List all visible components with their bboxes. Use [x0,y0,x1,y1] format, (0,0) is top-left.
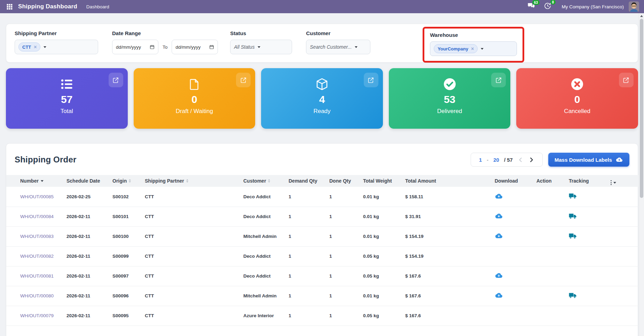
total-amount-cell: $ 154.19 [402,246,492,266]
remove-tag-icon[interactable]: × [34,44,37,50]
truck-icon [569,292,577,299]
pager-next-button[interactable] [528,157,534,163]
stat-card-ready[interactable]: 4 Ready [261,68,383,129]
external-link-icon[interactable] [236,73,251,87]
download-button[interactable] [495,193,503,200]
stat-card-cancelled[interactable]: 0 Cancelled [516,68,638,129]
order-number-link[interactable]: WH/OUT/00085 [6,187,64,207]
remove-tag-icon[interactable]: × [471,46,474,51]
pager-end[interactable]: 20 [493,157,499,163]
stat-card-total[interactable]: 57 Total [6,68,128,129]
external-link-icon[interactable] [619,73,634,87]
date-from-input[interactable]: dd/mm/yyyy [112,40,158,54]
stat-label: Total [6,108,128,115]
download-button[interactable] [495,272,503,279]
date-to-input[interactable]: dd/mm/yyyy [172,40,218,54]
total-weight-cell: 0.01 kg [360,286,402,306]
shipping-partner-select[interactable]: CTT × [15,40,98,54]
app-title[interactable]: Shipping Dashboard [18,3,77,10]
sort-icon [186,179,188,183]
stat-card-draft-waiting[interactable]: 0 Draft / Waiting [134,68,256,129]
download-cell [492,207,534,226]
pager-start[interactable]: 1 [479,157,482,163]
column-header-menu[interactable] [608,175,638,187]
table-row: WH/OUT/000802026-02-11S00096CTTMitchell … [6,286,638,306]
tracking-button[interactable] [569,233,577,239]
mass-download-labels-button[interactable]: Mass Download Labels [548,153,629,167]
row-menu-cell [608,266,638,286]
customer-cell: Deco Addict [241,266,286,286]
origin-cell: S00097 [110,266,142,286]
column-label: Tracking [569,178,589,184]
download-button[interactable] [495,232,503,239]
demand-qty-cell: 1 [286,306,327,326]
column-header-total-weight: Total Weight [360,175,402,187]
dashboard-content: Shipping Partner CTT × Date Range dd/mm/… [0,13,644,336]
order-number-link[interactable]: WH/OUT/00083 [6,226,64,246]
shipping-partner-cell: CTT [142,226,241,246]
cloud-download-icon [495,232,503,239]
external-link-icon[interactable] [364,73,378,87]
column-header-number[interactable]: Number [6,175,64,187]
customer-search-input[interactable]: Search Customer... [306,40,370,54]
total-amount-cell: $ 167.6 [402,266,492,286]
column-label: Total Amount [405,178,436,184]
stat-label: Delivered [389,108,511,115]
topbar: Shipping Dashboard Dashboard 63 8 My Com… [0,0,644,13]
column-header-origin[interactable]: Origin [110,175,142,187]
sort-icon [129,179,131,183]
activities-button[interactable]: 8 [544,2,551,11]
row-menu-cell [608,246,638,266]
order-number-link[interactable]: WH/OUT/00080 [6,286,64,306]
tracking-button[interactable] [569,292,577,299]
warehouse-label: Warehouse [430,32,517,38]
apps-grid-icon[interactable] [5,2,14,11]
external-link-icon[interactable] [491,73,506,87]
user-avatar[interactable] [629,1,639,12]
warehouse-select[interactable]: YourCompany × [430,41,517,56]
order-number-link[interactable]: WH/OUT/00082 [6,246,64,266]
column-header-shipping-partner[interactable]: Shipping Partner [142,175,241,187]
total-weight-cell: 0.05 kg [360,306,402,326]
mass-download-label: Mass Download Labels [555,157,612,163]
warehouse-tag-label: YourCompany [438,46,468,51]
origin-cell: S00101 [110,207,142,226]
messages-button[interactable]: 63 [527,3,535,10]
scrollbar-thumb[interactable] [640,19,643,198]
order-number-link[interactable]: WH/OUT/00084 [6,207,64,226]
stat-card-delivered[interactable]: 53 Delivered [389,68,511,129]
warehouse-highlight-box: Warehouse YourCompany × [423,27,524,63]
pager-prev-button[interactable] [518,157,524,163]
order-number-link[interactable]: WH/OUT/00081 [6,266,64,286]
cloud-download-icon [615,157,623,163]
download-cell [492,187,534,207]
tracking-cell [566,306,608,326]
download-button[interactable] [495,292,503,299]
column-label: Total Weight [363,178,392,184]
truck-icon [569,233,577,239]
total-amount-cell: $ 158.11 [402,187,492,207]
company-switcher[interactable]: My Company (San Francisco) [561,4,624,9]
external-link-icon[interactable] [109,73,123,87]
column-header-download: Download [492,175,534,187]
origin-cell: S00100 [110,226,142,246]
chevron-down-icon [355,46,358,48]
column-header-customer[interactable]: Customer [241,175,286,187]
column-label: Shipping Partner [145,178,184,184]
column-options-icon[interactable] [611,180,616,185]
order-number-link[interactable]: WH/OUT/00079 [6,306,64,326]
download-button[interactable] [495,213,503,219]
scroll-up-arrow-icon[interactable] [640,15,643,17]
schedule-date-cell: 2026-02-25 [64,187,110,207]
menu-item-dashboard[interactable]: Dashboard [86,4,109,9]
origin-cell: S00099 [110,246,142,266]
tracking-button[interactable] [569,213,577,219]
warehouse-tag: YourCompany × [434,44,478,53]
stat-label: Cancelled [516,108,638,115]
chevron-down-icon [481,48,484,50]
status-select[interactable]: All Status [230,40,292,54]
vertical-scrollbar[interactable] [639,13,644,336]
column-label: Customer [243,178,266,184]
tracking-button[interactable] [569,193,577,199]
pager-separator: - [487,157,488,163]
